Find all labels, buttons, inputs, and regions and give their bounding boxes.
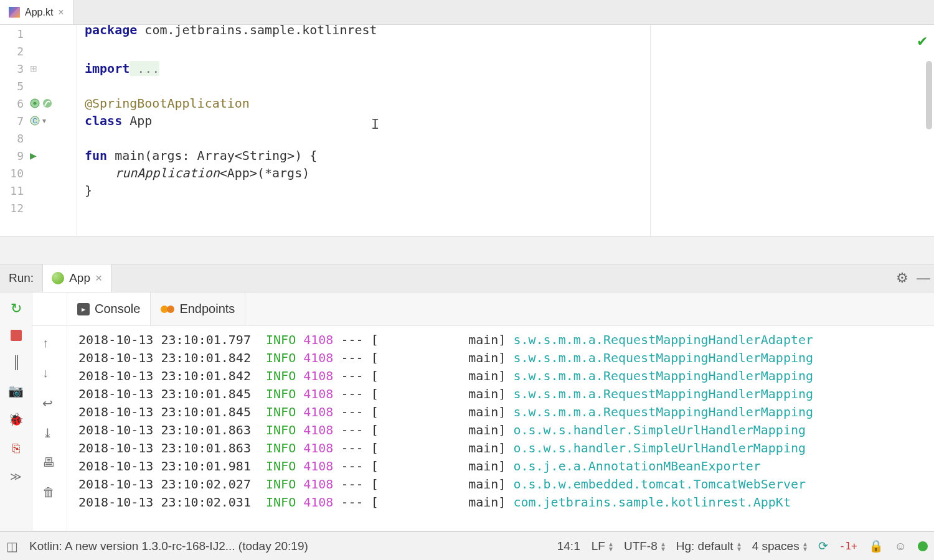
minimize-icon[interactable]: — (913, 270, 934, 286)
console-line: 2018-10-13 23:10:01.863 INFO 4108 --- [ … (78, 421, 934, 439)
editor-gutter[interactable]: 1 2 3⊞ 5 6 7 C ▾ 8 9▶ 10 11 12 (0, 25, 77, 236)
line-number: 7 (0, 114, 26, 128)
console-line: 2018-10-13 23:10:01.797 INFO 4108 --- [ … (78, 331, 934, 349)
rerun-icon[interactable]: ↻ (9, 301, 24, 316)
console-icon: ▸ (77, 303, 90, 315)
caret-position[interactable]: 14:1 (557, 539, 580, 553)
encoding-widget[interactable]: UTF-8▴▾ (624, 539, 665, 553)
editor-code[interactable]: package com.jetbrains.sample.kotlinrest … (77, 25, 934, 236)
code-token: main(args: Array<String>) { (107, 148, 317, 163)
spring-bean-icon[interactable] (30, 98, 40, 108)
console-line: 2018-10-13 23:10:01.845 INFO 4108 --- [ … (78, 403, 934, 421)
code-token: App (122, 113, 152, 128)
status-bar: ◫ Kotlin: A new version 1.3.0-rc-168-IJ2… (0, 531, 934, 560)
code-token: runApplication (115, 166, 220, 180)
stop-icon[interactable] (11, 330, 22, 341)
editor-tab-label: App.kt (25, 7, 53, 18)
run-config-tab[interactable]: App × (42, 264, 111, 292)
line-separator-widget[interactable]: LF▴▾ (592, 539, 613, 553)
spring-run-icon[interactable] (42, 98, 52, 108)
code-token: class (85, 113, 122, 128)
fold-toggle-icon[interactable]: ⊞ (30, 63, 37, 73)
code-token (85, 166, 115, 180)
line-number: 3 (0, 62, 26, 75)
tab-console[interactable]: ▸ Console (67, 292, 151, 325)
console-output[interactable]: 2018-10-13 23:10:01.797 INFO 4108 --- [ … (67, 326, 934, 531)
spring-boot-icon (52, 272, 64, 284)
console-line: 2018-10-13 23:10:01.981 INFO 4108 --- [ … (78, 457, 934, 475)
tab-endpoints[interactable]: Endpoints (151, 292, 245, 325)
run-config-name: App (69, 271, 90, 285)
editor-area[interactable]: 1 2 3⊞ 5 6 7 C ▾ 8 9▶ 10 11 12 (0, 25, 934, 236)
console-toolbar: ↑ ↓ ↩ ⤓ 🖶 🗑 (32, 292, 67, 531)
console-line: 2018-10-13 23:10:01.863 INFO 4108 --- [ … (78, 439, 934, 457)
code-token: fun (85, 148, 107, 163)
pause-icon[interactable]: ║ (9, 355, 24, 370)
tab-label: Console (95, 302, 140, 316)
ide-root: App.kt × 1 2 3⊞ 5 6 7 C ▾ 8 9▶ (0, 0, 934, 560)
exit-icon[interactable]: ⎘ (9, 441, 24, 455)
run-toolwindow-body: ↻ ║ 📷 🐞 ⎘ ≫ ↑ ↓ ↩ ⤓ 🖶 🗑 ▸ Console (0, 292, 934, 531)
thread-dump-icon[interactable]: 📷 (9, 383, 24, 398)
indent-widget[interactable]: 4 spaces▴▾ (752, 539, 807, 553)
svg-point-1 (43, 99, 52, 108)
line-number: 12 (0, 202, 26, 215)
code-token: import (85, 61, 130, 76)
vcs-branch-widget[interactable]: Hg: default▴▾ (676, 539, 741, 553)
class-icon[interactable]: C (30, 116, 40, 126)
editor-tab-app-kt[interactable]: App.kt × (0, 0, 73, 24)
scroll-to-end-icon[interactable]: ⤓ (42, 426, 53, 441)
editor-scrollbar[interactable] (926, 61, 932, 129)
code-token: package (85, 22, 137, 37)
run-toolwindow-header: Run: App × ⚙ — (0, 264, 934, 292)
console-line: 2018-10-13 23:10:01.842 INFO 4108 --- [ … (78, 367, 934, 385)
kotlin-file-icon (9, 7, 20, 18)
text-cursor-icon: I (371, 116, 379, 129)
line-number: 6 (0, 97, 26, 110)
close-icon[interactable]: × (95, 271, 102, 285)
tab-label: Endpoints (179, 302, 235, 316)
gear-icon[interactable]: ⚙ (892, 270, 913, 286)
line-number: 5 (0, 80, 26, 93)
inspection-ok-icon[interactable]: ✔ (917, 34, 928, 50)
endpoints-icon (161, 302, 174, 316)
console-line: 2018-10-13 23:10:01.845 INFO 4108 --- [ … (78, 385, 934, 403)
line-number: 10 (0, 167, 26, 180)
line-number: 1 (0, 27, 26, 40)
soft-wrap-icon[interactable]: ↩ (42, 396, 53, 411)
print-icon[interactable]: 🖶 (42, 455, 55, 470)
line-number: 11 (0, 184, 26, 197)
run-label: Run: (0, 271, 42, 285)
update-project-icon[interactable]: ⟳ (818, 539, 828, 553)
commit-changes-icon[interactable]: -1+ (839, 540, 857, 552)
svg-text:C: C (32, 118, 37, 124)
clear-icon[interactable]: 🗑 (42, 485, 55, 500)
debug-icon[interactable]: 🐞 (9, 412, 24, 427)
code-token: com.jetbrains.sample.kotlinrest (137, 22, 377, 37)
line-number: 8 (0, 132, 26, 145)
panel-separator[interactable] (0, 236, 934, 264)
down-arrow-icon[interactable]: ↓ (42, 366, 49, 380)
up-arrow-icon[interactable]: ↑ (42, 336, 49, 350)
run-gutter-icon[interactable]: ▶ (30, 151, 37, 161)
console-line: 2018-10-13 23:10:02.027 INFO 4108 --- [ … (78, 475, 934, 493)
toggle-toolwindows-icon[interactable]: ◫ (6, 539, 18, 554)
chevron-down-icon[interactable]: ▾ (42, 116, 46, 125)
hector-icon[interactable]: ☺ (895, 539, 907, 553)
background-tasks-indicator[interactable] (918, 541, 928, 551)
line-number: 9 (0, 149, 26, 162)
console-line: 2018-10-13 23:10:02.031 INFO 4108 --- [ … (78, 493, 934, 511)
more-icon[interactable]: ≫ (9, 469, 24, 484)
console-line: 2018-10-13 23:10:01.842 INFO 4108 --- [ … (78, 349, 934, 367)
code-token: @SpringBootApplication (85, 96, 250, 111)
folded-region[interactable]: ... (130, 61, 159, 76)
run-subtabs: ▸ Console Endpoints (67, 292, 934, 326)
code-token: <App>(*args) (220, 166, 310, 180)
line-number: 2 (0, 45, 26, 58)
code-token: } (85, 183, 92, 198)
readonly-lock-icon[interactable]: 🔒 (869, 539, 884, 553)
right-margin-line (650, 25, 651, 236)
run-left-toolbar: ↻ ║ 📷 🐞 ⎘ ≫ (0, 292, 32, 531)
status-notification[interactable]: Kotlin: A new version 1.3.0-rc-168-IJ2..… (29, 539, 308, 553)
close-icon[interactable]: × (58, 7, 64, 18)
